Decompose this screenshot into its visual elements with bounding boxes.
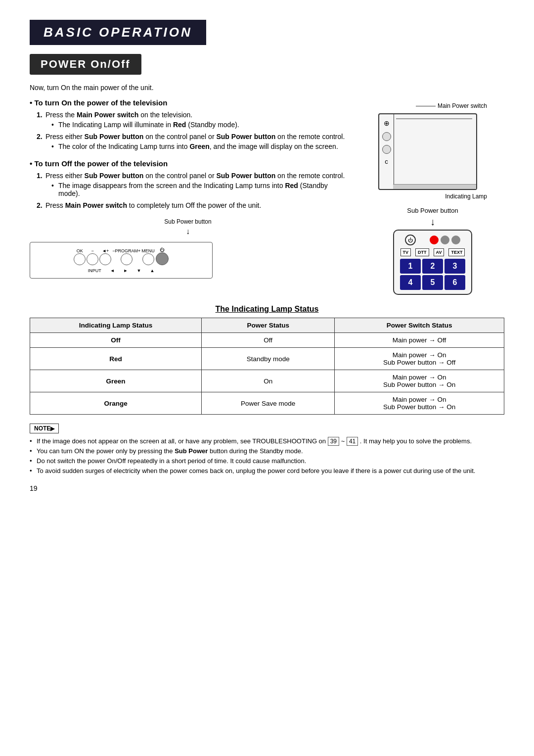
turn-on-step-1-sub: The Indicating Lamp will illuminate in R… bbox=[45, 121, 346, 129]
turn-on-steps: Press the Main Power switch on the telev… bbox=[30, 111, 346, 150]
note-item-4: To avoid sudden surges of electricity wh… bbox=[30, 467, 504, 474]
main-power-label: Main Power switch bbox=[438, 102, 487, 109]
tv-bottom-shelf bbox=[393, 184, 476, 189]
remote-arrow: ↓ bbox=[430, 216, 435, 228]
panel-label-right: ► bbox=[124, 268, 128, 273]
power-off: Off bbox=[202, 333, 335, 348]
table-row-off: Off Off Main power → Off bbox=[30, 333, 504, 348]
remote-btn-6: 6 bbox=[445, 275, 465, 290]
table-row-green: Green On Main power → OnSub Power button… bbox=[30, 370, 504, 392]
turn-off-step-1: Press either Sub Power button on the con… bbox=[37, 172, 346, 197]
note-item-2: You can turn ON the power only by pressi… bbox=[30, 447, 504, 455]
panel-sub-power-label: Sub Power button bbox=[30, 218, 346, 225]
panel-label-input: INPUT bbox=[88, 268, 101, 273]
panel-btn-ok-label: OK bbox=[77, 248, 83, 253]
turn-on-sub-2: The color of the Indicating Lamp turns i… bbox=[51, 142, 346, 150]
turn-off-section: To turn Off the power of the television … bbox=[30, 159, 346, 209]
tv-box: ⊕ c bbox=[378, 113, 477, 190]
tv-side-panel: ⊕ c bbox=[379, 114, 394, 189]
tv-c-symbol: c bbox=[385, 158, 388, 165]
remote-label: Sub Power button bbox=[407, 207, 458, 214]
turn-on-step-1: Press the Main Power switch on the telev… bbox=[37, 111, 346, 129]
switch-off: Main power → Off bbox=[335, 333, 504, 348]
tv-screen bbox=[396, 118, 472, 119]
power-orange: Power Save mode bbox=[202, 392, 335, 415]
remote-mode-btns bbox=[430, 236, 460, 244]
remote-src-av: AV bbox=[434, 248, 445, 256]
panel-btn-prog-label: −PROGRAM+ bbox=[112, 248, 140, 253]
status-table: Indicating Lamp Status Power Status Powe… bbox=[30, 318, 504, 415]
turn-on-step-2: Press either Sub Power button on the con… bbox=[37, 133, 346, 150]
lamp-green: Green bbox=[30, 370, 202, 392]
turn-on-heading: To turn On the power of the television bbox=[30, 98, 346, 107]
panel-btn-plus-label: ◄+ bbox=[102, 248, 109, 253]
panel-btn-menu-label: MENU bbox=[141, 248, 155, 253]
remote-btn-1: 1 bbox=[400, 259, 421, 274]
lamp-orange: Orange bbox=[30, 392, 202, 415]
turn-off-heading: To turn Off the power of the television bbox=[30, 159, 346, 168]
remote-btn-red bbox=[430, 236, 439, 244]
table-heading: The Indicating Lamp Status bbox=[30, 305, 504, 314]
panel-sub-labels: INPUT ◄ ► ▼ ▲ bbox=[88, 268, 155, 273]
panel-label-left: ◄ bbox=[110, 268, 115, 273]
remote-num-grid: 1 2 3 4 5 6 bbox=[400, 259, 465, 290]
switch-orange: Main power → OnSub Power button → On bbox=[335, 392, 504, 415]
tv-side-btn-2 bbox=[382, 145, 391, 154]
power-green: On bbox=[202, 370, 335, 392]
section-title: POWER On/Off bbox=[41, 58, 131, 70]
indicating-lamp-label-area: Indicating Lamp bbox=[378, 193, 487, 200]
tv-power-symbol: ⊕ bbox=[384, 119, 390, 127]
remote-source-row: TV DTT AV TEXT bbox=[398, 248, 467, 256]
remote-btn-5: 5 bbox=[422, 275, 443, 290]
remote-btn-3: 3 bbox=[445, 259, 465, 274]
turn-off-sub-1: The image disappears from the screen and… bbox=[51, 182, 346, 197]
page-number: 19 bbox=[30, 484, 504, 492]
remote-btn-grey2 bbox=[451, 236, 460, 244]
turn-off-steps: Press either Sub Power button on the con… bbox=[30, 172, 346, 209]
panel-btn-minus-label: − bbox=[91, 248, 94, 253]
panel-diagram: OK − ◄+ −PROGRAM+ bbox=[30, 242, 213, 279]
lamp-off: Off bbox=[30, 333, 202, 348]
remote-diagram: Sub Power button ↓ ⏻ TV DTT AV bbox=[361, 207, 504, 295]
remote-box: ⏻ TV DTT AV TEXT 1 2 bbox=[393, 230, 472, 295]
table-section: The Indicating Lamp Status Indicating La… bbox=[30, 305, 504, 415]
remote-btn-2: 2 bbox=[422, 259, 443, 274]
note-list: If the image does not appear on the scre… bbox=[30, 437, 504, 474]
tv-wrapper: Main Power switch ⊕ c Indicating Lamp bbox=[378, 98, 487, 200]
switch-red: Main power → OnSub Power button → Off bbox=[335, 348, 504, 370]
right-column: Main Power switch ⊕ c Indicating Lamp bbox=[361, 98, 504, 295]
col-power-status: Power Status bbox=[202, 318, 335, 333]
panel-btn-prog bbox=[121, 253, 133, 265]
panel-label-down: ▼ bbox=[137, 268, 141, 273]
remote-src-tv: TV bbox=[400, 248, 411, 256]
panel-btn-ok bbox=[74, 253, 86, 265]
panel-btn-minus bbox=[87, 253, 98, 265]
panel-btn-menu bbox=[142, 253, 154, 265]
left-column: To turn On the power of the television P… bbox=[30, 98, 346, 295]
tv-diagram: Main Power switch ⊕ c Indicating Lamp bbox=[361, 98, 504, 200]
remote-top-row: ⏻ bbox=[398, 235, 467, 245]
switch-green: Main power → OnSub Power button → On bbox=[335, 370, 504, 392]
panel-label-up: ▲ bbox=[150, 268, 154, 273]
table-body: Off Off Main power → Off Red Standby mod… bbox=[30, 333, 504, 415]
turn-on-step-2-sub: The color of the Indicating Lamp turns i… bbox=[45, 142, 346, 150]
panel-btn-power-label: ⏻ bbox=[160, 247, 164, 252]
remote-power-btn: ⏻ bbox=[405, 235, 416, 245]
intro-text: Now, turn On the main power of the unit. bbox=[30, 84, 504, 92]
col-lamp-status: Indicating Lamp Status bbox=[30, 318, 202, 333]
lamp-red: Red bbox=[30, 348, 202, 370]
turn-off-step-1-sub: The image disappears from the screen and… bbox=[45, 182, 346, 197]
remote-src-text: TEXT bbox=[448, 248, 465, 256]
turn-off-step-2: Press Main Power switch to completely tu… bbox=[37, 201, 346, 209]
main-power-label-area: Main Power switch bbox=[416, 102, 487, 109]
note-label: NOTE bbox=[30, 424, 59, 433]
panel-diagram-wrapper: Sub Power button ↓ OK − ◄+ bbox=[30, 218, 346, 279]
table-header-row: Indicating Lamp Status Power Status Powe… bbox=[30, 318, 504, 333]
col-switch-status: Power Switch Status bbox=[335, 318, 504, 333]
page-title: BASIC OPERATION bbox=[44, 25, 192, 40]
section-title-box: POWER On/Off bbox=[30, 54, 141, 75]
main-layout: To turn On the power of the television P… bbox=[30, 98, 504, 295]
panel-arrow-down: ↓ bbox=[30, 227, 346, 236]
table-row-red: Red Standby mode Main power → OnSub Powe… bbox=[30, 348, 504, 370]
remote-btn-grey1 bbox=[441, 236, 449, 244]
